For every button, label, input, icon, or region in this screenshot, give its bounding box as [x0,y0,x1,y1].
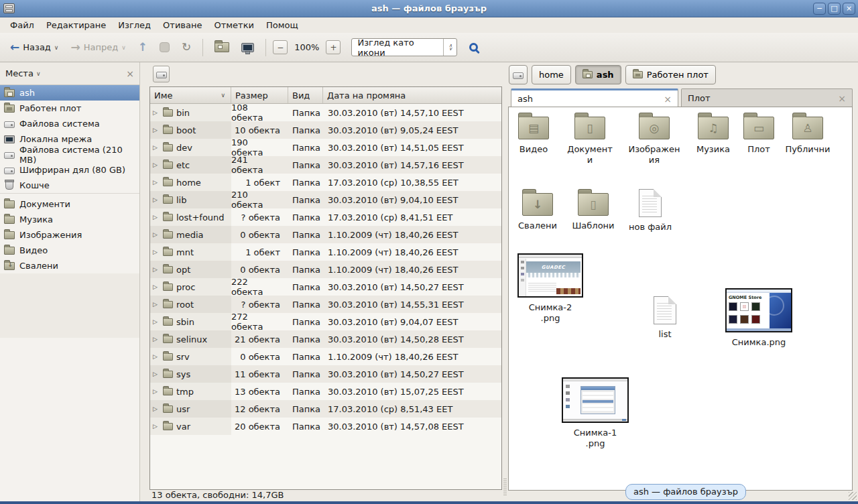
expander-icon[interactable] [153,405,160,412]
expander-icon[interactable] [153,353,160,360]
expander-icon[interactable] [153,196,160,203]
path-home-button[interactable]: home [532,65,571,84]
computer-button[interactable] [237,40,259,56]
menu-bookmarks[interactable]: Отметки [208,19,259,32]
expander-icon[interactable] [153,179,160,186]
folder-templates[interactable]: Шаблони [569,188,617,231]
menu-file[interactable]: Файл [4,19,40,32]
menu-edit[interactable]: Редактиране [40,19,112,32]
expander-icon[interactable] [153,284,160,290]
expander-icon[interactable] [153,318,160,325]
column-header-kind[interactable]: Вид [288,87,323,103]
table-row[interactable]: opt 0 обекта Папка 1.10.2009 (чт) 18,40,… [150,261,501,278]
table-row[interactable]: proc 222 обекта Папка 30.03.2010 (вт) 14… [150,278,501,296]
folder-video[interactable]: Видео [509,111,558,155]
maximize-button[interactable]: □ [828,3,841,15]
taskbar-tooltip[interactable]: ash — файлов браузър [625,484,746,500]
expander-icon[interactable] [153,301,160,308]
forward-button[interactable]: → Напред ∨ [66,38,130,56]
table-row[interactable]: home 1 обект Папка 17.03.2010 (ср) 10,38… [150,174,501,191]
table-row[interactable]: etc 241 обекта Папка 30.03.2010 (вт) 14,… [150,156,501,174]
spinner-icons[interactable]: ∧ ∨ [443,39,456,56]
tree-root-button[interactable] [153,66,170,82]
up-button[interactable]: ↑ [133,38,152,56]
zoom-out-button[interactable]: − [273,40,288,54]
sidebar-item[interactable]: Шифриран дял (80 GB) [0,162,139,178]
table-row[interactable]: lib 210 обекта Папка 30.03.2010 (вт) 9,0… [150,191,501,208]
table-row[interactable]: lost+found ? обекта Папка 17.03.2010 (ср… [150,208,501,226]
table-row[interactable]: bin 108 обекта Папка 30.03.2010 (вт) 14,… [150,104,501,121]
sidebar-item[interactable]: Документи [0,196,139,212]
tab-plot[interactable]: Плот × [681,88,853,107]
sidebar-item[interactable]: Файлова система (210 MB) [0,147,139,162]
view-mode-select[interactable]: Изглед като икони ∧ ∨ [351,38,457,56]
sidebar-item[interactable]: Музика [0,212,139,227]
tab-ash[interactable]: ash × [511,88,678,107]
pane-splitter[interactable] [503,62,507,501]
folder-images[interactable]: Изображения [628,111,680,166]
forward-dropdown-icon[interactable]: ∨ [121,44,126,51]
table-row[interactable]: boot 10 обекта Папка 30.03.2010 (вт) 9,0… [150,121,501,139]
table-row[interactable]: srv 0 обекта Папка 1.10.2009 (чт) 18,40,… [150,348,501,365]
stop-button[interactable] [155,39,174,56]
sidebar-item[interactable]: Работен плот [0,101,139,116]
table-row[interactable]: root ? обекта Папка 30.03.2010 (вт) 14,5… [150,296,501,313]
home-button[interactable] [210,39,234,56]
reload-button[interactable]: ↻ [177,38,196,56]
expander-icon[interactable] [153,336,160,342]
close-icon[interactable]: × [838,93,846,104]
file-list[interactable]: list [641,296,688,340]
expander-icon[interactable] [153,214,160,220]
column-header-size[interactable]: Размер [231,87,288,103]
expander-icon[interactable] [153,162,160,168]
folder-public[interactable]: Публични [784,111,832,155]
resize-grip[interactable] [849,492,857,500]
expander-icon[interactable] [153,231,160,238]
root-button[interactable] [509,65,528,84]
search-button[interactable] [467,40,481,54]
sidebar-item[interactable]: Видео [0,243,139,258]
table-row[interactable]: usr 12 обекта Папка 17.03.2010 (ср) 8,51… [150,400,501,418]
table-row[interactable]: media 0 обекта Папка 1.10.2009 (чт) 18,4… [150,226,501,243]
table-row[interactable]: var 20 обекта Папка 30.03.2010 (вт) 14,5… [150,418,501,435]
path-desktop-button[interactable]: Работен плот [625,65,716,84]
file-snimka-2[interactable]: GUADEC Снимка-2.png [517,253,583,324]
menu-go[interactable]: Отиване [157,19,208,32]
column-header-name[interactable]: Име ∨ [150,87,231,103]
table-row[interactable]: sys 11 обекта Папка 30.03.2010 (вт) 14,5… [150,365,501,383]
sidebar-item[interactable]: Изображения [0,227,139,243]
places-selector[interactable]: Места [5,68,34,78]
table-row[interactable]: mnt 1 обект Папка 1.10.2009 (чт) 18,40,2… [150,243,501,261]
sidebar-item[interactable]: Файлова система [0,116,139,131]
expander-icon[interactable] [153,144,160,151]
sidebar-close-button[interactable]: × [126,68,134,79]
pane-splitter[interactable] [140,62,145,501]
file-snimka-1[interactable]: Снимка-1.png [562,377,629,450]
table-row[interactable]: dev 190 обекта Папка 30.03.2010 (вт) 14,… [150,139,501,156]
file-snimka[interactable]: GNOME Store Снимка.png [722,288,796,348]
menu-help[interactable]: Помощ [260,19,304,32]
close-icon[interactable]: × [664,94,672,105]
file-new-file[interactable]: нов файл [626,189,674,233]
folder-documents[interactable]: Документи [566,111,614,166]
column-header-date[interactable]: Дата на промяна [323,87,501,103]
expander-icon[interactable] [153,423,160,430]
folder-downloads[interactable]: Свалени [513,188,562,231]
expander-icon[interactable] [153,109,160,116]
sidebar-item[interactable]: Кошче [0,178,139,193]
table-row[interactable]: selinux 21 обекта Папка 30.03.2010 (вт) … [150,330,501,348]
zoom-in-button[interactable]: + [326,40,341,54]
menu-view[interactable]: Изглед [112,19,157,32]
table-row[interactable]: sbin 272 обекта Папка 30.03.2010 (вт) 9,… [150,313,501,330]
table-row[interactable]: tmp 13 обекта Папка 30.03.2010 (вт) 15,0… [150,383,501,400]
expander-icon[interactable] [153,388,160,395]
expander-icon[interactable] [153,266,160,273]
back-dropdown-icon[interactable]: ∨ [54,44,59,51]
folder-desktop[interactable]: Плот [735,111,783,155]
sidebar-item[interactable]: Свалени [0,258,139,273]
sidebar-item[interactable]: ash [0,85,139,101]
path-ash-button[interactable]: ash [575,65,621,84]
expander-icon[interactable] [153,371,160,377]
expander-icon[interactable] [153,249,160,255]
back-button[interactable]: ← Назад ∨ [5,38,63,56]
